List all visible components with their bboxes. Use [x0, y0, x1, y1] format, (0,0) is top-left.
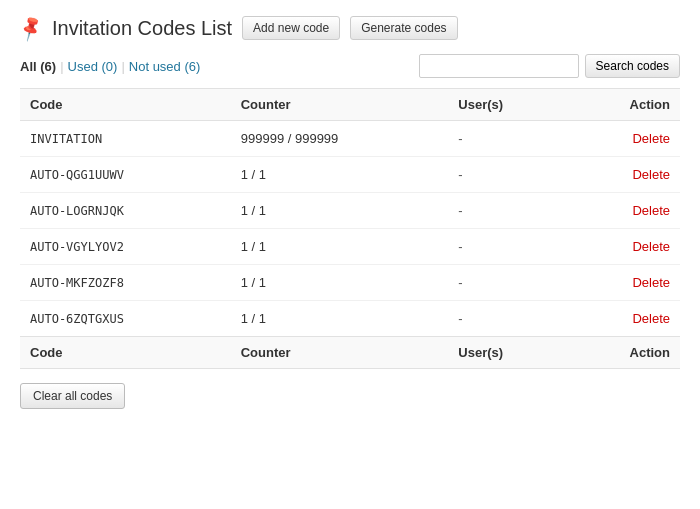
col-counter: Counter	[231, 89, 449, 121]
table-header: Code Counter User(s) Action	[20, 89, 680, 121]
clear-all-codes-button[interactable]: Clear all codes	[20, 383, 125, 409]
cell-users: -	[448, 301, 568, 337]
cell-code: AUTO-MKFZOZF8	[20, 265, 231, 301]
delete-button[interactable]: Delete	[632, 131, 670, 146]
filter-used[interactable]: Used (0)	[68, 59, 118, 74]
page-wrapper: 📌 Invitation Codes List Add new code Gen…	[0, 0, 700, 509]
cell-action: Delete	[568, 301, 680, 337]
filter-links: All (6) | Used (0) | Not used (6)	[20, 59, 200, 74]
table-row: AUTO-VGYLYOV21 / 1-Delete	[20, 229, 680, 265]
table-row: INVITATION999999 / 999999-Delete	[20, 121, 680, 157]
cell-code: AUTO-QGG1UUWV	[20, 157, 231, 193]
col-users: User(s)	[448, 89, 568, 121]
table-row: AUTO-QGG1UUWV1 / 1-Delete	[20, 157, 680, 193]
page-header: 📌 Invitation Codes List Add new code Gen…	[20, 16, 680, 40]
pin-icon: 📌	[16, 13, 46, 43]
cell-counter: 1 / 1	[231, 301, 449, 337]
table-row: AUTO-MKFZOZF81 / 1-Delete	[20, 265, 680, 301]
delete-button[interactable]: Delete	[632, 203, 670, 218]
filter-all[interactable]: All (6)	[20, 59, 56, 74]
delete-button[interactable]: Delete	[632, 239, 670, 254]
search-input[interactable]	[419, 54, 579, 78]
cell-action: Delete	[568, 121, 680, 157]
table-body: INVITATION999999 / 999999-DeleteAUTO-QGG…	[20, 121, 680, 337]
cell-action: Delete	[568, 193, 680, 229]
cell-counter: 1 / 1	[231, 265, 449, 301]
footer-col-code: Code	[20, 337, 231, 369]
footer-col-users: User(s)	[448, 337, 568, 369]
cell-users: -	[448, 193, 568, 229]
cell-code: AUTO-VGYLYOV2	[20, 229, 231, 265]
cell-code: INVITATION	[20, 121, 231, 157]
footer-col-action: Action	[568, 337, 680, 369]
cell-code: AUTO-6ZQTGXUS	[20, 301, 231, 337]
delete-button[interactable]: Delete	[632, 167, 670, 182]
generate-codes-button[interactable]: Generate codes	[350, 16, 457, 40]
cell-counter: 1 / 1	[231, 157, 449, 193]
table-row: AUTO-6ZQTGXUS1 / 1-Delete	[20, 301, 680, 337]
delete-button[interactable]: Delete	[632, 311, 670, 326]
col-code: Code	[20, 89, 231, 121]
delete-button[interactable]: Delete	[632, 275, 670, 290]
add-new-code-button[interactable]: Add new code	[242, 16, 340, 40]
filter-bar: All (6) | Used (0) | Not used (6) Search…	[20, 54, 680, 78]
table-footer: Code Counter User(s) Action	[20, 337, 680, 369]
cell-users: -	[448, 157, 568, 193]
footer-col-counter: Counter	[231, 337, 449, 369]
cell-action: Delete	[568, 265, 680, 301]
cell-counter: 1 / 1	[231, 229, 449, 265]
col-action: Action	[568, 89, 680, 121]
cell-users: -	[448, 121, 568, 157]
cell-action: Delete	[568, 229, 680, 265]
search-area: Search codes	[419, 54, 680, 78]
page-title: Invitation Codes List	[52, 17, 232, 40]
cell-users: -	[448, 265, 568, 301]
table-row: AUTO-LOGRNJQK1 / 1-Delete	[20, 193, 680, 229]
codes-table: Code Counter User(s) Action INVITATION99…	[20, 88, 680, 369]
search-button[interactable]: Search codes	[585, 54, 680, 78]
cell-counter: 999999 / 999999	[231, 121, 449, 157]
cell-action: Delete	[568, 157, 680, 193]
cell-counter: 1 / 1	[231, 193, 449, 229]
footer-bar: Clear all codes	[20, 383, 680, 409]
filter-not-used[interactable]: Not used (6)	[129, 59, 201, 74]
cell-code: AUTO-LOGRNJQK	[20, 193, 231, 229]
cell-users: -	[448, 229, 568, 265]
